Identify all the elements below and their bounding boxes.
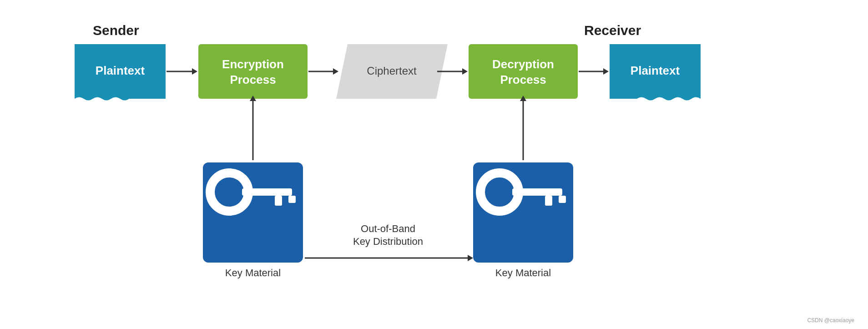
arrow-1 bbox=[167, 68, 197, 75]
plaintext-right-box: Plaintext bbox=[610, 44, 701, 101]
decryption-label-line1: Decryption bbox=[492, 57, 554, 71]
arrow-up-left bbox=[250, 96, 256, 160]
svg-rect-8 bbox=[469, 44, 578, 99]
svg-rect-2 bbox=[198, 44, 308, 99]
oob-label-line1: Out-of-Band bbox=[361, 223, 415, 234]
svg-rect-26 bbox=[559, 196, 566, 203]
key-material-left-label: Key Material bbox=[225, 267, 281, 278]
encryption-label-line1: Encryption bbox=[222, 57, 284, 71]
svg-marker-28 bbox=[468, 255, 473, 261]
oob-label-line2: Key Distribution bbox=[353, 236, 423, 247]
ciphertext-label: Ciphertext bbox=[367, 65, 417, 77]
oob-arrow bbox=[305, 255, 473, 261]
encryption-label-line2: Process bbox=[230, 73, 276, 86]
arrow-4 bbox=[579, 68, 609, 75]
watermark: CSDN @caoxiaoye bbox=[807, 317, 854, 324]
svg-rect-19 bbox=[275, 196, 282, 206]
sender-label: Sender bbox=[93, 23, 139, 38]
arrow-up-right bbox=[520, 96, 526, 160]
svg-point-17 bbox=[221, 184, 237, 200]
plaintext-left-box: Plaintext bbox=[75, 44, 166, 101]
key-material-right-label: Key Material bbox=[495, 267, 551, 278]
key-box-left bbox=[203, 162, 303, 263]
svg-point-23 bbox=[491, 184, 508, 200]
diagram-container: Sender Receiver Plaintext Encryption Pro… bbox=[0, 0, 868, 329]
svg-marker-7 bbox=[462, 68, 468, 75]
main-diagram-svg: Sender Receiver Plaintext Encryption Pro… bbox=[47, 10, 821, 319]
plaintext-left-label: Plaintext bbox=[96, 64, 145, 77]
decryption-process-box: Decryption Process bbox=[469, 44, 578, 99]
receiver-label: Receiver bbox=[584, 23, 641, 38]
svg-rect-20 bbox=[288, 196, 296, 203]
encryption-process-box: Encryption Process bbox=[198, 44, 308, 99]
decryption-label-line2: Process bbox=[500, 73, 546, 86]
svg-marker-1 bbox=[192, 68, 197, 75]
plaintext-right-label: Plaintext bbox=[631, 64, 680, 77]
svg-rect-25 bbox=[545, 196, 552, 206]
svg-rect-18 bbox=[242, 188, 292, 196]
arrow-2 bbox=[308, 68, 338, 75]
svg-marker-10 bbox=[603, 68, 609, 75]
ciphertext-box: Ciphertext bbox=[336, 44, 448, 99]
svg-rect-24 bbox=[512, 188, 562, 196]
svg-marker-4 bbox=[333, 68, 338, 75]
key-box-right bbox=[473, 162, 573, 263]
